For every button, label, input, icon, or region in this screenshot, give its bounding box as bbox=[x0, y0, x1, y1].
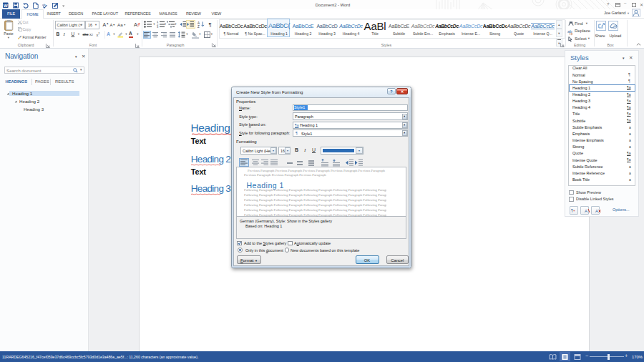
svg-text:ab: ab bbox=[567, 29, 572, 34]
svg-text:A: A bbox=[595, 209, 598, 213]
svg-text:W: W bbox=[4, 3, 8, 7]
svg-text:Z: Z bbox=[197, 25, 200, 29]
svg-text:A: A bbox=[585, 209, 587, 213]
svg-text:A: A bbox=[134, 21, 137, 28]
svg-text:ab: ab bbox=[42, 3, 46, 6]
